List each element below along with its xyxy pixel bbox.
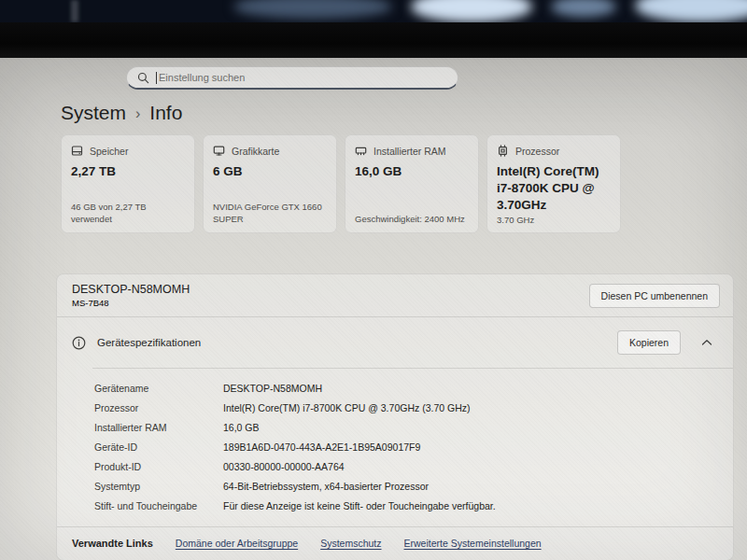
- background-scene: [0, 0, 747, 22]
- link-domain-workgroup[interactable]: Domäne oder Arbeitsgruppe: [176, 538, 298, 549]
- device-panel: DESKTOP-N58MOMH MS-7B48 Diesen PC umbene…: [56, 273, 734, 560]
- card-value: 2,27 TB: [71, 163, 185, 180]
- rename-pc-button[interactable]: Diesen PC umbenennen: [589, 284, 720, 308]
- storage-icon: [71, 145, 83, 157]
- device-model: MS-7B48: [72, 298, 190, 308]
- spec-value: 16,0 GB: [223, 422, 260, 433]
- chevron-up-icon[interactable]: [701, 339, 712, 346]
- spec-row: Produkt-ID 00330-80000-00000-AA764: [94, 456, 718, 476]
- specs-title: Gerätespezifikationen: [97, 337, 201, 348]
- text-cursor: [156, 72, 157, 84]
- spec-label: Stift- und Toucheingabe: [94, 500, 223, 511]
- spec-value: 64-Bit-Betriebssystem, x64-basierter Pro…: [223, 481, 429, 492]
- window-light-reflection: [411, 0, 532, 22]
- spec-value: 00330-80000-00000-AA764: [223, 461, 345, 472]
- search-area: [0, 58, 747, 90]
- search-input[interactable]: [159, 67, 458, 88]
- device-specs-expander[interactable]: Gerätespezifikationen Kopieren: [57, 317, 733, 368]
- monitor-bezel: [0, 22, 747, 58]
- spec-label: Prozessor: [94, 402, 223, 413]
- card-footer: 3.70 GHz: [497, 215, 611, 226]
- spec-row: Geräte-ID 189B1A6D-0470-443A-A2E1-1B95A0…: [94, 437, 718, 456]
- spec-label: Geräte-ID: [94, 441, 223, 453]
- device-name-row: DESKTOP-N58MOMH MS-7B48 Diesen PC umbene…: [57, 274, 733, 316]
- card-footer: 46 GB von 2,27 TB verwendet: [71, 202, 185, 225]
- breadcrumb: System › Info: [61, 102, 747, 124]
- ram-icon: [355, 145, 367, 157]
- card-value: 6 GB: [213, 163, 327, 180]
- spec-row: Prozessor Intel(R) Core(TM) i7-8700K CPU…: [94, 398, 718, 417]
- card-label: Speicher: [90, 146, 128, 157]
- card-label: Installierter RAM: [374, 146, 446, 157]
- summary-cards: Speicher 2,27 TB 46 GB von 2,27 TB verwe…: [61, 134, 747, 233]
- search-box[interactable]: [126, 66, 458, 90]
- spec-label: Produkt-ID: [94, 461, 223, 472]
- spec-label: Gerätename: [94, 383, 223, 394]
- link-system-protection[interactable]: Systemschutz: [320, 538, 381, 549]
- ram-card: Installierter RAM 16,0 GB Geschwindigkei…: [345, 134, 479, 233]
- card-label: Prozessor: [515, 146, 559, 157]
- settings-window: System › Info Speicher 2,27 TB 46 GB von…: [0, 58, 747, 560]
- spec-value: DESKTOP-N58MOMH: [223, 383, 322, 394]
- cpu-icon: [497, 145, 509, 157]
- related-links-label: Verwandte Links: [72, 538, 153, 549]
- breadcrumb-system[interactable]: System: [61, 102, 126, 124]
- window-light-reflection: [635, 0, 747, 22]
- card-value: 16,0 GB: [355, 163, 469, 180]
- card-value: Intel(R) Core(TM) i7-8700K CPU @ 3.70GHz: [497, 163, 611, 215]
- chevron-right-icon: ›: [135, 104, 140, 122]
- window-light-reflection: [551, 0, 616, 17]
- card-label: Grafikkarte: [232, 146, 279, 157]
- window-light-reflection: [233, 0, 392, 19]
- spec-value: Für diese Anzeige ist keine Stift- oder …: [223, 500, 496, 511]
- gpu-icon: [213, 145, 225, 157]
- card-footer: NVIDIA GeForce GTX 1660 SUPER: [213, 202, 327, 225]
- spec-row: Installierter RAM 16,0 GB: [94, 417, 718, 437]
- gpu-card: Grafikkarte 6 GB NVIDIA GeForce GTX 1660…: [203, 134, 337, 233]
- card-footer: Geschwindigkeit: 2400 MHz: [355, 214, 469, 225]
- spec-label: Installierter RAM: [94, 422, 223, 433]
- page-title: Info: [149, 102, 182, 124]
- spec-row: Systemtyp 64-Bit-Betriebssystem, x64-bas…: [94, 476, 718, 496]
- spec-label: Systemtyp: [94, 481, 223, 492]
- copy-button[interactable]: Kopieren: [617, 330, 681, 355]
- spec-row: Stift- und Toucheingabe Für diese Anzeig…: [94, 496, 718, 515]
- window-frame-edge: [71, 0, 78, 22]
- spec-row: Gerätename DESKTOP-N58MOMH: [94, 378, 718, 398]
- spec-value: 189B1A6D-0470-443A-A2E1-1B95A09017F9: [223, 441, 420, 453]
- device-name: DESKTOP-N58MOMH: [72, 283, 190, 296]
- search-icon: [137, 72, 149, 84]
- specs-table: Gerätename DESKTOP-N58MOMH Prozessor Int…: [57, 369, 733, 526]
- storage-card: Speicher 2,27 TB 46 GB von 2,27 TB verwe…: [61, 134, 195, 233]
- related-links-row: Verwandte Links Domäne oder Arbeitsgrupp…: [57, 527, 733, 560]
- cpu-card: Prozessor Intel(R) Core(TM) i7-8700K CPU…: [486, 134, 621, 233]
- photo-frame: System › Info Speicher 2,27 TB 46 GB von…: [0, 0, 747, 560]
- link-advanced-system-settings[interactable]: Erweiterte Systemeinstellungen: [404, 538, 542, 549]
- info-icon: [72, 336, 86, 350]
- spec-value: Intel(R) Core(TM) i7-8700K CPU @ 3.70GHz…: [223, 402, 470, 413]
